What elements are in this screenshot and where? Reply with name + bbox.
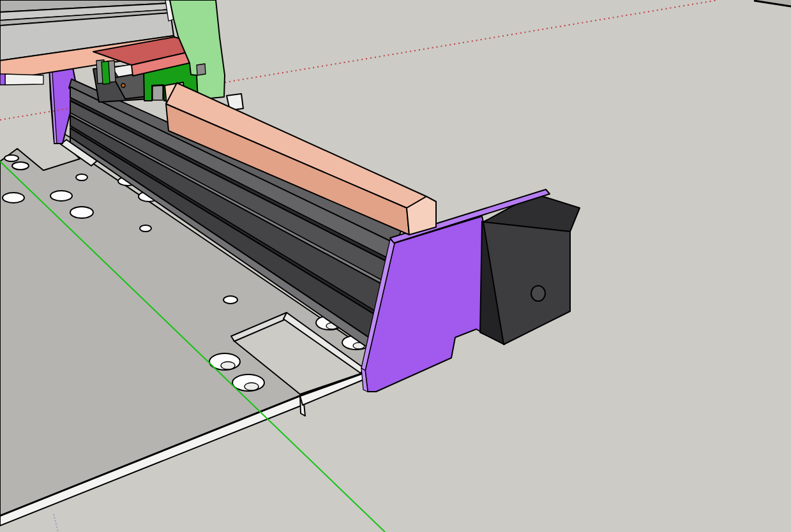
hole — [70, 207, 93, 218]
hole — [223, 296, 237, 304]
green-bracket-sliver — [102, 61, 110, 84]
hole — [12, 162, 29, 170]
hole — [140, 225, 151, 232]
hole — [4, 155, 19, 161]
gantry-purple-sliver — [0, 74, 5, 85]
hole — [50, 191, 72, 201]
hole — [76, 174, 87, 181]
idler-notch — [197, 64, 206, 75]
countersunk-bore — [245, 383, 259, 390]
bracket-gap — [153, 85, 163, 100]
motor-bore-hole — [531, 286, 545, 301]
cad-viewport[interactable] — [0, 0, 791, 532]
countersunk-bore — [221, 362, 235, 369]
model-canvas[interactable] — [0, 0, 791, 532]
carriage-pin — [121, 84, 125, 87]
hole — [3, 193, 24, 203]
gantry-white-part — [5, 74, 43, 85]
